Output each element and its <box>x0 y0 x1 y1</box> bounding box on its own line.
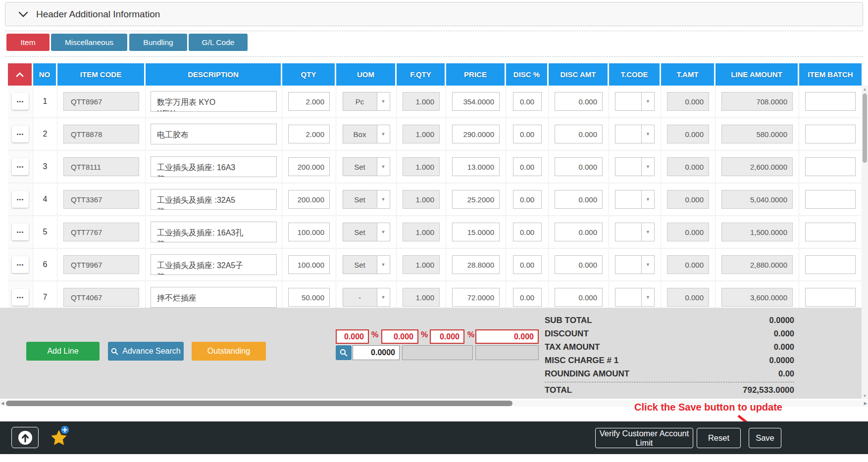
misc-charge-amount-input[interactable]: 0.0000 <box>353 345 400 360</box>
chevron-down-icon[interactable]: ▼ <box>377 288 390 306</box>
tax-code-select[interactable]: ▼ <box>615 157 655 176</box>
uom-select[interactable]: Set ▼ <box>343 255 390 274</box>
chevron-down-icon[interactable]: ▼ <box>641 256 654 274</box>
row-menu-button[interactable]: ••• <box>12 158 29 175</box>
tab-bundling[interactable]: Bundling <box>129 34 187 51</box>
chevron-down-icon[interactable]: ▼ <box>641 125 654 143</box>
save-button[interactable]: Save <box>749 428 781 448</box>
item-batch-field[interactable] <box>805 255 856 274</box>
upload-button[interactable] <box>11 427 39 448</box>
qty-field[interactable]: 2.000 <box>288 92 330 111</box>
disc-amt-field[interactable]: 0.000 <box>555 92 603 111</box>
chevron-down-icon[interactable]: ▼ <box>641 190 654 208</box>
disc-pct-field[interactable]: 0.00 <box>513 190 542 209</box>
qty-field[interactable]: 100.000 <box>288 223 330 241</box>
disc-pct-field[interactable]: 0.00 <box>513 223 542 241</box>
description-field[interactable]: 工业插头及插座: 16A3孔 装 <box>151 222 277 242</box>
item-batch-field[interactable] <box>805 92 856 111</box>
uom-select[interactable]: Pc ▼ <box>343 92 390 111</box>
disc-amt-field[interactable]: 0.000 <box>555 255 603 274</box>
item-batch-field[interactable] <box>805 125 856 143</box>
tax-code-select[interactable]: ▼ <box>615 223 655 241</box>
qty-field[interactable]: 2.000 <box>288 125 330 143</box>
row-menu-button[interactable]: ••• <box>12 93 29 110</box>
uom-select[interactable]: - ▼ <box>343 288 390 307</box>
outstanding-button[interactable]: Outstanding <box>192 342 266 361</box>
scroll-up-icon[interactable]: ▲ <box>862 86 868 92</box>
advance-search-button[interactable]: Advance Search <box>108 342 184 361</box>
price-field[interactable]: 28.8000 <box>452 255 500 274</box>
uom-select[interactable]: Set ▼ <box>343 190 390 209</box>
tab-item[interactable]: Item <box>6 34 50 51</box>
reset-button[interactable]: Reset <box>697 428 741 448</box>
row-menu-button[interactable]: ••• <box>12 256 29 273</box>
chevron-down-icon[interactable]: ▼ <box>641 223 654 241</box>
price-field[interactable]: 15.0000 <box>452 223 500 241</box>
item-batch-field[interactable] <box>805 288 856 307</box>
item-batch-field[interactable] <box>805 157 856 176</box>
price-field[interactable]: 25.2000 <box>452 190 500 209</box>
add-favorite-button[interactable] <box>50 425 71 449</box>
qty-field[interactable]: 100.000 <box>288 255 330 274</box>
discount-amount-input[interactable]: 0.000 <box>475 329 539 344</box>
verify-customer-account-limit-button[interactable]: Verify Customer Account Limit <box>595 428 693 448</box>
description-field[interactable]: 电工胶布 <box>151 124 277 144</box>
disc-amt-field[interactable]: 0.000 <box>555 190 603 209</box>
chevron-down-icon[interactable]: ▼ <box>377 158 390 176</box>
uom-select[interactable]: Box ▼ <box>343 125 390 143</box>
uom-select[interactable]: Set ▼ <box>343 223 390 241</box>
description-field[interactable]: 工业插头及插座 :32A5 装 <box>151 189 277 210</box>
row-menu-button[interactable]: ••• <box>12 224 29 240</box>
description-field[interactable]: 工业插头及插座: 16A3 装 <box>151 156 277 177</box>
scroll-right-icon[interactable]: ▶ <box>864 401 867 406</box>
tax-code-select[interactable]: ▼ <box>615 190 655 209</box>
collapse-rows-header[interactable] <box>8 63 33 86</box>
disc-pct-field[interactable]: 0.00 <box>513 125 542 143</box>
chevron-down-icon[interactable]: ▼ <box>377 125 390 143</box>
price-field[interactable]: 290.0000 <box>452 125 500 143</box>
disc-pct-field[interactable]: 0.00 <box>513 92 542 111</box>
description-field[interactable]: 数字万用表 KYO KEW <box>151 91 277 112</box>
chevron-down-icon[interactable]: ▼ <box>641 92 654 110</box>
horizontal-scrollbar-thumb[interactable] <box>6 401 512 406</box>
row-menu-button[interactable]: ••• <box>12 289 29 306</box>
item-batch-field[interactable] <box>805 223 856 241</box>
vertical-scrollbar-thumb[interactable] <box>863 93 867 163</box>
tax-code-select[interactable]: ▼ <box>615 255 655 274</box>
disc-amt-field[interactable]: 0.000 <box>555 125 603 143</box>
tab-miscellaneous[interactable]: Miscellaneous <box>51 34 127 51</box>
chevron-down-icon[interactable]: ▼ <box>377 190 390 208</box>
row-menu-button[interactable]: ••• <box>12 126 29 142</box>
description-field[interactable]: 工业插头及插座: 32A5子 装 <box>151 254 277 275</box>
tax-code-select[interactable]: ▼ <box>615 92 655 111</box>
scroll-down-icon[interactable]: ▼ <box>862 392 868 399</box>
misc-charge-search-button[interactable] <box>336 345 352 360</box>
chevron-down-icon[interactable]: ▼ <box>377 256 390 274</box>
disc-pct-field[interactable]: 0.00 <box>513 157 542 176</box>
tab-gl-code[interactable]: G/L Code <box>189 34 248 51</box>
chevron-down-icon[interactable]: ▼ <box>641 158 654 176</box>
price-field[interactable]: 354.0000 <box>452 92 500 111</box>
description-field[interactable]: 摔不烂插座 <box>151 287 277 308</box>
tax-code-select[interactable]: ▼ <box>615 288 655 307</box>
row-menu-button[interactable]: ••• <box>12 191 29 208</box>
tax-code-select[interactable]: ▼ <box>615 125 655 143</box>
disc-amt-field[interactable]: 0.000 <box>555 288 603 307</box>
uom-select[interactable]: Set ▼ <box>343 157 390 176</box>
discount-pct-2-input[interactable]: 0.000 <box>381 329 418 344</box>
price-field[interactable]: 72.0000 <box>452 288 500 307</box>
qty-field[interactable]: 200.000 <box>288 190 330 209</box>
header-additional-information-toggle[interactable]: Header Additional Information <box>5 2 863 26</box>
item-batch-field[interactable] <box>805 190 856 209</box>
disc-pct-field[interactable]: 0.00 <box>513 255 542 274</box>
disc-amt-field[interactable]: 0.000 <box>555 157 603 176</box>
scroll-left-icon[interactable]: ◀ <box>1 401 4 406</box>
price-field[interactable]: 13.0000 <box>452 157 500 176</box>
add-line-button[interactable]: Add Line <box>26 342 100 361</box>
disc-pct-field[interactable]: 0.00 <box>513 288 542 307</box>
chevron-down-icon[interactable]: ▼ <box>377 92 390 110</box>
chevron-down-icon[interactable]: ▼ <box>641 288 654 306</box>
qty-field[interactable]: 200.000 <box>288 157 330 176</box>
qty-field[interactable]: 50.000 <box>288 288 330 307</box>
discount-pct-3-input[interactable]: 0.000 <box>430 329 464 344</box>
